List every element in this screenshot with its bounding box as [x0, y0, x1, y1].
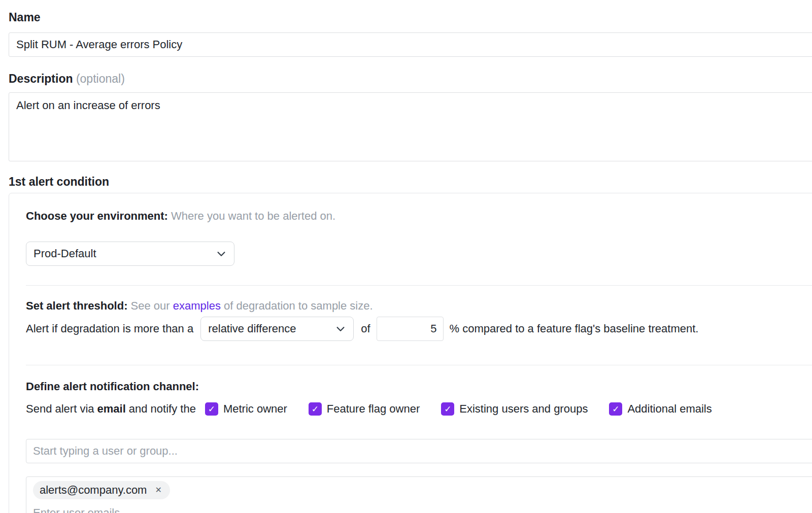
notification-label: Define alert notification channel:	[26, 380, 199, 393]
threshold-instruction: Set alert threshold: See our examples of…	[26, 299, 812, 313]
notify-option-feature-flag-owner: ✓ Feature flag owner	[309, 402, 420, 416]
description-textarea[interactable]: Alert on an increase of errors	[9, 92, 812, 161]
checkmark-icon: ✓	[444, 405, 451, 414]
threshold-hint-prefix: See our	[131, 299, 170, 312]
email-chip-text: alerts@company.com	[40, 484, 147, 497]
notify-option-additional-emails: ✓ Additional emails	[609, 402, 712, 416]
comparison-type-select[interactable]: relative difference	[200, 317, 354, 341]
alert-condition-panel: Choose your environment: Where you want …	[9, 193, 812, 513]
description-label: Description (optional)	[9, 73, 812, 85]
name-input[interactable]	[9, 32, 812, 57]
threshold-row: Alert if degradation is more than a rela…	[26, 317, 812, 341]
threshold-label: Set alert threshold:	[26, 299, 127, 312]
checkmark-icon: ✓	[312, 405, 319, 414]
existing-users-checkbox[interactable]: ✓	[441, 402, 454, 416]
threshold-of-text: of	[361, 322, 370, 335]
remove-chip-icon[interactable]: ✕	[155, 486, 161, 494]
environment-instruction: Choose your environment: Where you want …	[26, 210, 812, 223]
threshold-hint-suffix: of degradation to sample size.	[224, 299, 373, 312]
user-group-input[interactable]	[26, 439, 812, 463]
examples-link[interactable]: examples	[173, 299, 221, 312]
additional-emails-label: Additional emails	[627, 402, 712, 416]
comparison-selected-value: relative difference	[208, 322, 296, 335]
environment-selected-value: Prod-Default	[33, 247, 96, 260]
environment-hint: Where you want to be alerted on.	[171, 210, 335, 222]
description-optional-hint: (optional)	[76, 72, 125, 85]
existing-users-label: Existing users and groups	[459, 402, 588, 416]
email-chip: alerts@company.com ✕	[33, 481, 170, 499]
additional-emails-box[interactable]: alerts@company.com ✕	[26, 476, 812, 513]
description-label-text: Description	[9, 72, 73, 85]
feature-flag-owner-checkbox[interactable]: ✓	[309, 402, 322, 416]
metric-owner-checkbox[interactable]: ✓	[205, 402, 218, 416]
section-divider	[26, 365, 812, 365]
chevron-down-icon	[335, 323, 346, 334]
email-input[interactable]	[33, 506, 779, 513]
notification-send-row: Send alert via email and notify the ✓ Me…	[26, 402, 812, 416]
notification-instruction: Define alert notification channel:	[26, 380, 812, 393]
environment-select[interactable]: Prod-Default	[26, 242, 234, 266]
notify-option-metric-owner: ✓ Metric owner	[205, 402, 287, 416]
feature-flag-owner-label: Feature flag owner	[327, 402, 420, 416]
chevron-down-icon	[216, 248, 227, 259]
section-divider	[26, 285, 812, 286]
checkmark-icon: ✓	[612, 405, 619, 414]
name-label: Name	[9, 11, 812, 23]
alert-policy-form: Name Description (optional) Alert on an …	[0, 0, 812, 513]
checkmark-icon: ✓	[208, 405, 215, 414]
send-suffix: and notify the	[129, 402, 196, 416]
additional-emails-checkbox[interactable]: ✓	[609, 402, 622, 416]
condition-heading: 1st alert condition	[9, 176, 812, 188]
notify-option-existing-users: ✓ Existing users and groups	[441, 402, 588, 416]
send-channel: email	[97, 402, 126, 416]
metric-owner-label: Metric owner	[223, 402, 287, 416]
threshold-sentence-prefix: Alert if degradation is more than a	[26, 322, 193, 335]
threshold-sentence-suffix: % compared to a feature flag's baseline …	[450, 322, 699, 335]
environment-label: Choose your environment:	[26, 210, 168, 222]
send-prefix: Send alert via	[26, 402, 94, 416]
threshold-value-input[interactable]	[377, 317, 444, 341]
